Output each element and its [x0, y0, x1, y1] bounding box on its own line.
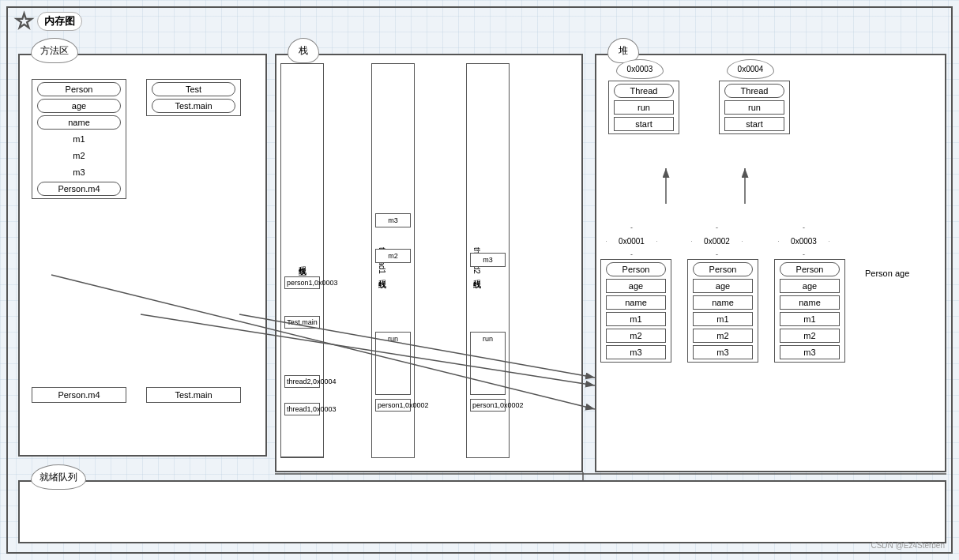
thread-box-0003-run: run [614, 100, 674, 115]
thread1-person1-frame: person1,0x0002 [375, 399, 411, 412]
p1-m2: m2 [606, 329, 666, 343]
person-m3-diamond: m3 [37, 165, 121, 179]
p2-m1: m1 [693, 312, 753, 326]
main-thread-col: 主线程线 [280, 63, 324, 458]
queue-area-label: 就绪队列 [39, 471, 77, 484]
addr-0002-diamond: 0x0002 [691, 227, 743, 255]
stack-area-cloud: 栈 [288, 38, 319, 63]
p1-title: Person [606, 262, 666, 276]
thread1-m3-frame: m3 [375, 213, 411, 227]
p3-title: Person [780, 262, 840, 276]
method-area: 方法区 Person age name m1 m2 m3 Person.m4 T… [18, 54, 267, 457]
thread2-person1-frame: person1,0x0002 [470, 399, 506, 412]
p1-name: name [606, 295, 666, 310]
p3-name: name [780, 295, 840, 310]
thread2-addr: thread2,0x0004 [285, 376, 319, 387]
heap-area-label: 堆 [619, 44, 628, 58]
queue-area-cloud: 就绪队列 [31, 464, 86, 490]
thread-box-0004-container: 0x0004 Thread run start [719, 59, 790, 134]
addr-0003-cloud: 0x0003 [616, 59, 664, 79]
thread2-addr-frame: thread2,0x0004 [284, 375, 320, 388]
thread1-addr-frame: thread1,0x0003 [284, 403, 320, 415]
thread-box-0004-run: run [724, 100, 784, 115]
p2-age: age [693, 279, 753, 293]
p1-age: age [606, 279, 666, 293]
stack-area: 栈 主线程线 person1,0x0003 Test.main thread2,… [275, 54, 583, 472]
test-class-box: Test Test.main [146, 79, 241, 116]
main-container: ☆ 内存图 方法区 Person age name m1 m2 m3 Perso… [6, 6, 953, 554]
method-area-label: 方法区 [40, 44, 69, 58]
watermark: CSDN @Ez4Sterben [871, 541, 945, 550]
p3-age: age [780, 279, 840, 293]
main-thread-person1-frame: person1,0x0003 [284, 276, 320, 289]
test-main-bottom: Test.main [146, 387, 241, 403]
thread-box-0004: Thread run start [719, 81, 790, 134]
person-name: name [37, 115, 121, 130]
star-icon: ☆ [14, 8, 34, 34]
frame-person1-addr: person1,0x0003 [285, 277, 319, 288]
stack-area-label: 栈 [299, 44, 308, 58]
person-class-box: Person age name m1 m2 m3 Person.m4 [32, 79, 126, 199]
frame-testmain: Test.main [285, 317, 319, 328]
title-area: ☆ 内存图 [14, 8, 82, 34]
thread-box-0003-start: start [614, 117, 674, 131]
person-age: age [37, 99, 121, 113]
person-age-label: Person age [865, 269, 909, 278]
addr-0004-cloud: 0x0004 [727, 59, 774, 79]
p2-name: name [693, 295, 753, 310]
addr-0003-person-diamond: 0x0003 [778, 227, 829, 255]
person-m4: Person.m4 [37, 182, 121, 196]
person-m4-bottom: Person.m4 [32, 387, 126, 403]
person-obj-0001: Person age name m1 m2 m3 [600, 259, 671, 363]
person-obj-0003: Person age name m1 m2 m3 [774, 259, 845, 363]
title-label: 内存图 [37, 12, 82, 31]
heap-area: 堆 0x0003 Thread run start 0x0004 Thread … [595, 54, 946, 472]
thread1-run-frame: run [375, 332, 411, 395]
person-class-title: Person [37, 82, 121, 96]
queue-area: 就绪队列 [18, 480, 946, 543]
p2-m2: m2 [693, 329, 753, 343]
test-main: Test.main [152, 99, 235, 113]
p2-m3: m3 [693, 345, 753, 359]
thread1-addr: thread1,0x0003 [285, 404, 319, 415]
thread-box-0003: Thread run start [608, 81, 679, 134]
thread2-run-frame: run [470, 332, 506, 395]
p1-m3: m3 [606, 345, 666, 359]
thread1-m2-frame: m2 [375, 249, 411, 263]
p2-title: Person [693, 262, 753, 276]
thread-box-0003-title: Thread [614, 84, 674, 98]
p3-m3: m3 [780, 345, 840, 359]
main-thread-label: 主线程线 [281, 64, 323, 457]
thread-box-0004-start: start [724, 117, 784, 131]
thread-box-0004-title: Thread [724, 84, 784, 98]
person-m1-diamond: m1 [37, 132, 121, 146]
test-class-title: Test [152, 82, 235, 96]
p1-m1: m1 [606, 312, 666, 326]
p3-m2: m2 [780, 329, 840, 343]
p3-m1: m1 [780, 312, 840, 326]
method-area-cloud: 方法区 [31, 38, 78, 63]
person-m2-diamond: m2 [37, 148, 121, 163]
thread2-m3-frame: m3 [470, 253, 506, 267]
thread-box-0003-container: 0x0003 Thread run start [608, 59, 679, 134]
person-obj-0002: Person age name m1 m2 m3 [687, 259, 758, 363]
addr-0001-diamond: 0x0001 [606, 227, 657, 255]
main-thread-testmain-frame: Test.main [284, 316, 320, 329]
